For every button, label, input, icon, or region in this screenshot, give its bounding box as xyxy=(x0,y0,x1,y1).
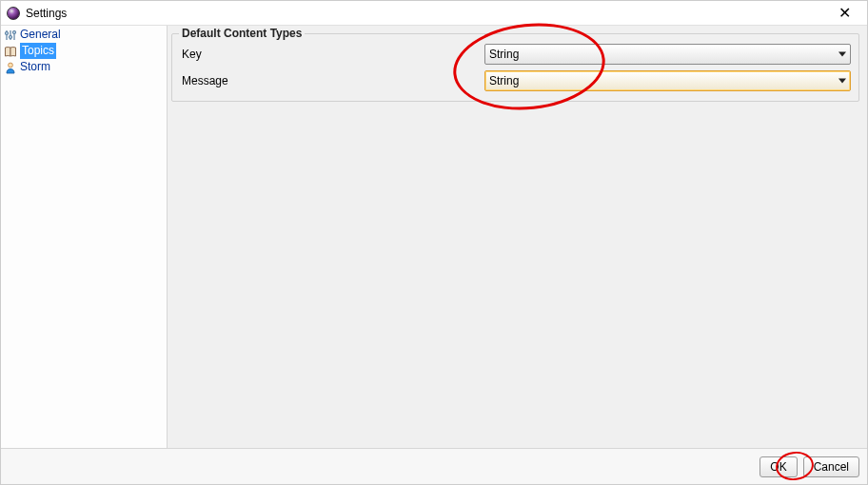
sidebar: General Topics xyxy=(1,26,168,448)
title-bar: Settings ✕ xyxy=(1,1,867,26)
sidebar-item-storm[interactable]: Storm xyxy=(1,59,167,75)
ok-button-label: OK xyxy=(770,460,786,474)
message-combo[interactable]: String xyxy=(484,70,851,91)
sidebar-item-label: Topics xyxy=(20,43,56,59)
settings-dialog: Settings ✕ xyxy=(0,0,868,485)
sidebar-item-label: Storm xyxy=(20,59,50,75)
form-row-key: Key String xyxy=(180,44,851,65)
key-label: Key xyxy=(180,48,484,61)
key-combo-value: String xyxy=(489,48,519,61)
close-icon[interactable]: ✕ xyxy=(825,1,863,26)
chevron-down-icon xyxy=(838,52,846,57)
sidebar-item-label: General xyxy=(20,27,61,43)
svg-point-6 xyxy=(9,63,13,68)
main-panel: Default Content Types Key String Message… xyxy=(168,26,867,448)
svg-point-5 xyxy=(13,30,16,33)
book-icon xyxy=(4,45,17,58)
key-combo[interactable]: String xyxy=(484,44,851,65)
settings-icon xyxy=(4,29,17,42)
user-icon xyxy=(4,61,17,74)
ok-button[interactable]: OK xyxy=(760,456,797,477)
cancel-button[interactable]: Cancel xyxy=(803,456,859,477)
window-title: Settings xyxy=(26,7,67,20)
default-content-types-group: Default Content Types Key String Message… xyxy=(171,33,859,102)
form-row-message: Message String xyxy=(180,70,851,91)
group-title: Default Content Types xyxy=(179,27,305,40)
app-icon xyxy=(7,7,20,20)
svg-point-3 xyxy=(6,31,9,34)
dialog-footer: OK Cancel xyxy=(1,448,867,484)
svg-point-4 xyxy=(10,35,12,38)
sidebar-item-general[interactable]: General xyxy=(1,27,167,43)
dialog-body: General Topics xyxy=(1,26,867,448)
sidebar-item-topics[interactable]: Topics xyxy=(1,43,167,59)
message-label: Message xyxy=(180,74,484,87)
chevron-down-icon xyxy=(838,79,846,84)
message-combo-value: String xyxy=(489,74,519,87)
cancel-button-label: Cancel xyxy=(814,460,849,474)
